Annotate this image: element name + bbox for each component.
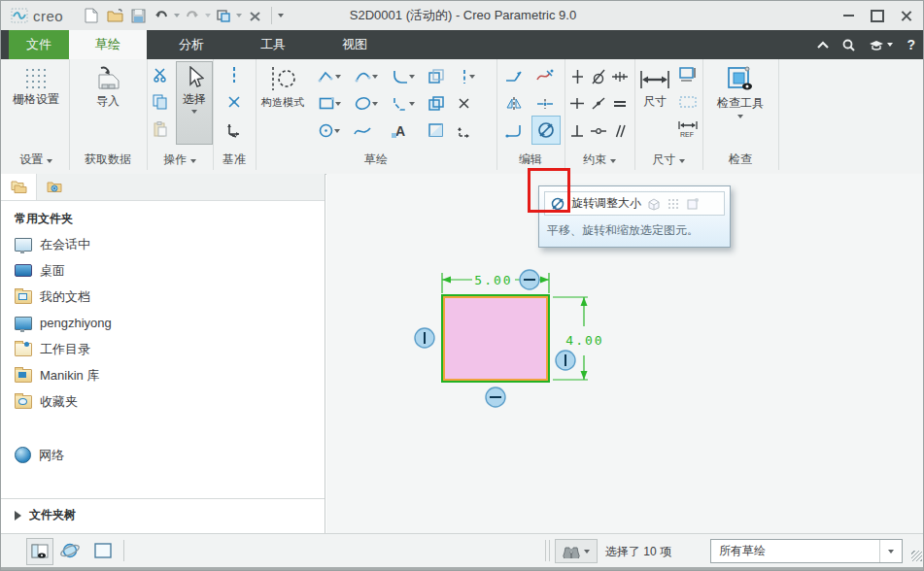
thicken-button[interactable] [423, 90, 450, 117]
symmetric-constraint-button[interactable] [588, 118, 609, 144]
close-button[interactable] [892, 4, 921, 27]
resize-grip[interactable] [911, 551, 922, 561]
find-dropdown-arrow[interactable] [584, 550, 590, 554]
horizontal-constraint-badge-bottom[interactable] [486, 387, 505, 407]
move-resize-button[interactable] [450, 118, 477, 144]
regenerate-dropdown-arrow[interactable] [236, 14, 242, 17]
chamfer-dropdown-arrow[interactable] [409, 102, 415, 106]
midpoint-constraint-button[interactable] [609, 63, 631, 89]
browser-toggle-button[interactable] [57, 538, 83, 563]
reference-dimension-button[interactable]: REF [675, 116, 701, 142]
collapse-ribbon-button[interactable] [817, 41, 829, 49]
delete-segment-button[interactable] [531, 63, 559, 89]
sidebar-item-in-session[interactable]: 在会话中 [1, 231, 325, 257]
tangent-constraint-button[interactable] [588, 63, 609, 89]
vertical-constraint-badge-right[interactable] [556, 351, 575, 370]
perpendicular-constraint-button[interactable] [566, 118, 588, 144]
centerline-dropdown-arrow[interactable] [469, 75, 475, 79]
sidebar-item-network[interactable]: 网络 [1, 442, 325, 468]
palette-button[interactable] [423, 118, 450, 144]
horizontal-constraint-badge-top[interactable] [520, 270, 539, 289]
line-dropdown-arrow[interactable] [335, 75, 341, 79]
maximize-button[interactable] [863, 4, 892, 27]
cut-button[interactable] [147, 61, 174, 87]
save-button[interactable] [127, 5, 149, 26]
select-dropdown-arrow[interactable] [191, 110, 197, 114]
circle-dropdown-arrow[interactable] [334, 129, 340, 133]
baseline-dimension-button[interactable] [675, 88, 701, 115]
redo-button[interactable] [182, 5, 203, 26]
learning-dropdown-arrow[interactable] [887, 43, 893, 47]
centerline-datum-button[interactable] [221, 61, 248, 87]
regenerate-button[interactable] [213, 5, 234, 26]
spline-button[interactable] [349, 118, 376, 144]
divide-button[interactable] [531, 90, 559, 117]
tab-folder-browser[interactable] [1, 174, 37, 200]
point-datum-button[interactable] [221, 88, 248, 115]
fillet-dropdown-arrow[interactable] [409, 75, 415, 79]
perimeter-dimension-button[interactable] [675, 61, 701, 87]
selection-filter-combobox[interactable]: 所有草绘 [710, 539, 903, 563]
centerline-button[interactable] [450, 63, 485, 89]
rectangle-dropdown-arrow[interactable] [335, 102, 341, 106]
text-button[interactable]: A [386, 118, 413, 144]
sidebar-item-favorites[interactable]: 收藏夹 [1, 388, 325, 415]
offset-button[interactable] [423, 63, 450, 89]
chamfer-button[interactable] [386, 90, 421, 117]
import-button[interactable]: 导入 [69, 59, 147, 110]
vertical-constraint-badge-left[interactable] [415, 328, 434, 348]
arc-dropdown-arrow[interactable] [372, 75, 378, 79]
sidebar-item-manikin-library[interactable]: Manikin 库 [1, 362, 325, 388]
grid-settings-button[interactable]: 栅格设置 [3, 59, 69, 108]
equal-constraint-button[interactable] [609, 90, 631, 117]
inspect-tools-button[interactable]: 检查工具 [702, 59, 778, 118]
redo-dropdown-arrow[interactable] [205, 14, 211, 17]
sidebar-item-my-documents[interactable]: 我的文档 [1, 284, 325, 310]
tab-file[interactable]: 文件 [9, 30, 69, 59]
coordinate-system-button[interactable] [221, 116, 248, 142]
tab-analysis[interactable]: 分析 [154, 30, 228, 59]
navigator-toggle-button[interactable] [26, 538, 53, 565]
folder-tree-expander[interactable]: 文件夹树 [1, 498, 325, 531]
corner-button[interactable] [500, 118, 528, 144]
rotate-resize-button[interactable] [531, 116, 561, 145]
width-dimension-value[interactable]: 5.00 [474, 273, 512, 287]
construction-mode-button[interactable]: 构造模式 [257, 59, 308, 110]
vertical-constraint-button[interactable] [566, 63, 588, 89]
ellipse-dropdown-arrow[interactable] [372, 102, 378, 106]
open-file-button[interactable] [104, 5, 125, 26]
filter-dropdown-button[interactable] [879, 540, 902, 562]
dimension-button[interactable]: 尺寸 [634, 63, 675, 110]
find-button[interactable] [555, 539, 598, 563]
minimize-button[interactable] [834, 4, 863, 27]
parallel-constraint-button[interactable] [609, 118, 631, 144]
group-label-operations[interactable]: 操作 [147, 151, 213, 168]
close-window-file-button[interactable] [244, 5, 265, 26]
sketch-rectangle[interactable] [444, 297, 547, 380]
line-chain-button[interactable] [312, 63, 347, 89]
sketch-point-button[interactable] [450, 90, 477, 117]
undo-dropdown-arrow[interactable] [174, 14, 180, 17]
paste-button[interactable] [147, 116, 174, 142]
undo-button[interactable] [151, 5, 172, 26]
select-button[interactable]: 选择 [176, 61, 213, 145]
height-dimension-value[interactable]: 4.00 [565, 333, 603, 348]
ellipse-button[interactable] [349, 90, 384, 117]
tab-tools[interactable]: 工具 [236, 30, 310, 59]
circle-button[interactable] [312, 118, 347, 144]
group-label-dimension[interactable]: 尺寸 [634, 151, 702, 168]
tab-favorites[interactable] [37, 174, 72, 200]
group-label-constrain[interactable]: 约束 [565, 151, 634, 168]
customize-qat-dropdown[interactable] [278, 14, 284, 17]
sidebar-item-desktop[interactable]: 桌面 [1, 257, 325, 284]
new-file-button[interactable] [81, 5, 102, 26]
modify-button[interactable] [500, 63, 528, 89]
horizontal-constraint-button[interactable] [566, 90, 588, 117]
copy-button[interactable] [147, 88, 174, 115]
sidebar-item-computer[interactable]: pengzhiyong [1, 310, 325, 336]
inspect-dropdown-arrow[interactable] [737, 115, 743, 118]
learning-center-button[interactable] [869, 40, 893, 50]
sidebar-item-working-directory[interactable]: 工作目录 [1, 336, 325, 362]
tab-view[interactable]: 视图 [318, 30, 392, 59]
help-button[interactable]: ? [907, 37, 915, 52]
